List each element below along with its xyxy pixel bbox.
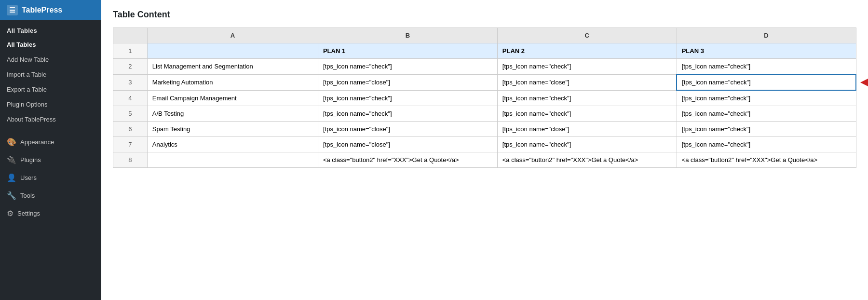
cell-6-b[interactable]: [tps_icon name="close"] — [318, 122, 497, 137]
header-num — [113, 28, 148, 43]
svg-marker-1 — [860, 79, 868, 86]
sidebar-item-tools[interactable]: 🔧 Tools — [0, 187, 101, 205]
sidebar-item-users[interactable]: 👤 Users — [0, 169, 101, 187]
row-num-2: 2 — [113, 59, 148, 75]
row-num-7: 7 — [113, 137, 148, 152]
cell-5-d[interactable]: [tps_icon name="check"] — [677, 106, 856, 122]
row-num-5: 5 — [113, 106, 148, 122]
table-row: 5 A/B Testing [tps_icon name="check"] [t… — [113, 106, 856, 122]
row-num-1: 1 — [113, 43, 148, 59]
cell-1-b[interactable]: PLAN 1 — [318, 43, 497, 59]
plugins-icon: 🔌 — [7, 155, 16, 164]
sidebar-app-title: TablePress — [22, 6, 62, 14]
cell-3-b[interactable]: [tps_icon name="close"] — [318, 74, 497, 90]
cell-6-c[interactable]: [tps_icon name="close"] — [497, 122, 677, 137]
sidebar-logo[interactable]: ☰ TablePress — [0, 0, 101, 20]
row-num-4: 4 — [113, 90, 148, 106]
cell-5-c[interactable]: [tps_icon name="check"] — [497, 106, 677, 122]
users-icon: 👤 — [7, 173, 16, 182]
cell-2-c[interactable]: [tps_icon name="check"] — [497, 59, 677, 75]
sidebar-label-plugins: Plugins — [20, 156, 41, 164]
table-wrapper: A B C D 1 PLAN 1 PLAN 2 PLAN 3 2 — [113, 27, 856, 168]
cell-1-a[interactable] — [147, 43, 318, 59]
header-a: A — [147, 28, 318, 43]
row-num-8: 8 — [113, 152, 148, 168]
cell-5-b[interactable]: [tps_icon name="check"] — [318, 106, 497, 122]
main-content: Table Content A B C D 1 PLAN 1 PLAN 2 — [101, 0, 868, 300]
cell-1-c[interactable]: PLAN 2 — [497, 43, 677, 59]
sidebar-label-appearance: Appearance — [20, 138, 54, 146]
cell-2-b[interactable]: [tps_icon name="check"] — [318, 59, 497, 75]
sidebar-item-appearance[interactable]: 🎨 Appearance — [0, 133, 101, 151]
cell-3-c[interactable]: [tps_icon name="close"] — [497, 74, 677, 90]
cell-3-d[interactable]: [tps_icon name="check"] — [677, 74, 856, 90]
sidebar-divider — [0, 130, 101, 130]
table-content: A B C D 1 PLAN 1 PLAN 2 PLAN 3 2 — [113, 27, 856, 168]
sidebar-item-all-tables[interactable]: All Tables — [0, 37, 101, 52]
cell-2-a[interactable]: List Management and Segmentation — [147, 59, 318, 75]
cell-8-b[interactable]: <a class="button2" href="XXX">Get a Quot… — [318, 152, 497, 168]
page-title: Table Content — [113, 10, 856, 20]
cell-2-d[interactable]: [tps_icon name="check"] — [677, 59, 856, 75]
sidebar-label-import-table: Import a Table — [7, 71, 46, 78]
cell-8-c[interactable]: <a class="button2" href="XXX">Get a Quot… — [497, 152, 677, 168]
cell-7-d[interactable]: [tps_icon name="check"] — [677, 137, 856, 152]
sidebar-label-export-table: Export a Table — [7, 86, 47, 93]
sidebar-label-about-tablepress: About TablePress — [7, 116, 56, 123]
tablepress-icon: ☰ — [7, 5, 18, 15]
sidebar-item-add-new-table[interactable]: Add New Table — [0, 52, 101, 67]
cell-1-d[interactable]: PLAN 3 — [677, 43, 856, 59]
sidebar-label-add-new-table: Add New Table — [7, 56, 49, 63]
sidebar-tablepress-section: All Tables — [0, 20, 101, 37]
cell-4-b[interactable]: [tps_icon name="check"] — [318, 90, 497, 106]
sidebar-item-settings[interactable]: ⚙ Settings — [0, 205, 101, 222]
sidebar-label-users: Users — [20, 174, 37, 181]
table-row: 6 Spam Testing [tps_icon name="close"] [… — [113, 122, 856, 137]
row-num-3: 3 — [113, 74, 148, 90]
settings-icon: ⚙ — [7, 209, 14, 218]
table-row: 4 Email Campaign Management [tps_icon na… — [113, 90, 856, 106]
sidebar-label-settings: Settings — [17, 210, 40, 217]
sidebar-label-tools: Tools — [20, 192, 35, 199]
sidebar-label-plugin-options: Plugin Options — [7, 101, 48, 108]
cell-4-a[interactable]: Email Campaign Management — [147, 90, 318, 106]
tools-icon: 🔧 — [7, 191, 16, 200]
sidebar-item-plugins[interactable]: 🔌 Plugins — [0, 151, 101, 169]
cell-3-a[interactable]: Marketing Automation — [147, 74, 318, 90]
red-arrow-indicator — [860, 77, 868, 88]
sidebar-item-import-table[interactable]: Import a Table — [0, 67, 101, 82]
cell-4-c[interactable]: [tps_icon name="check"] — [497, 90, 677, 106]
sidebar-item-export-table[interactable]: Export a Table — [0, 82, 101, 97]
row-num-6: 6 — [113, 122, 148, 137]
cell-7-b[interactable]: [tps_icon name="close"] — [318, 137, 497, 152]
header-c: C — [497, 28, 677, 43]
sidebar-label-all-tables: All Tables — [7, 41, 36, 48]
cell-8-a[interactable] — [147, 152, 318, 168]
table-row: 3 Marketing Automation [tps_icon name="c… — [113, 74, 856, 90]
cell-6-d[interactable]: [tps_icon name="check"] — [677, 122, 856, 137]
table-row: 7 Analytics [tps_icon name="close"] [tps… — [113, 137, 856, 152]
header-d: D — [677, 28, 856, 43]
table-row: 8 <a class="button2" href="XXX">Get a Qu… — [113, 152, 856, 168]
sidebar-item-about-tablepress[interactable]: About TablePress — [0, 112, 101, 127]
cell-8-d[interactable]: <a class="button2" href="XXX">Get a Quot… — [677, 152, 856, 168]
table-row: 2 List Management and Segmentation [tps_… — [113, 59, 856, 75]
cell-7-a[interactable]: Analytics — [147, 137, 318, 152]
appearance-icon: 🎨 — [7, 137, 16, 147]
sidebar: ☰ TablePress All Tables All Tables Add N… — [0, 0, 101, 300]
cell-6-a[interactable]: Spam Testing — [147, 122, 318, 137]
cell-7-c[interactable]: [tps_icon name="check"] — [497, 137, 677, 152]
table-row: 1 PLAN 1 PLAN 2 PLAN 3 — [113, 43, 856, 59]
sidebar-item-plugin-options[interactable]: Plugin Options — [0, 97, 101, 112]
cell-4-d[interactable]: [tps_icon name="check"] — [677, 90, 856, 106]
cell-5-a[interactable]: A/B Testing — [147, 106, 318, 122]
table-header-row: A B C D — [113, 28, 856, 43]
header-b: B — [318, 28, 497, 43]
